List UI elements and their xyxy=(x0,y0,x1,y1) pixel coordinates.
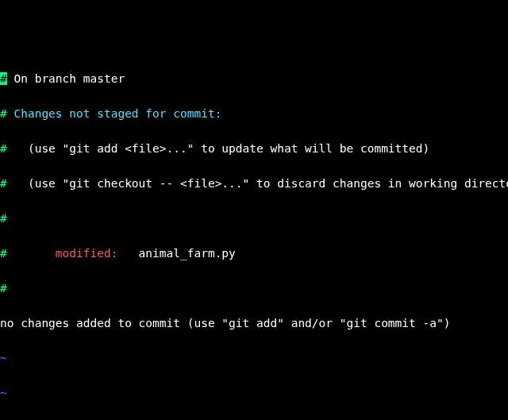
git-status-blank: # xyxy=(0,279,508,297)
git-status-hint-add: # (use "git add <file>..." to update wha… xyxy=(0,140,508,157)
git-status-blank: # xyxy=(0,210,508,227)
git-status-branch: # On branch master xyxy=(0,70,508,87)
buffer-end-tilde: ~ xyxy=(0,384,508,402)
buffer-end-tilde: ~ xyxy=(0,349,508,367)
git-status-hint-checkout: # (use "git checkout -- <file>..." to di… xyxy=(0,175,508,192)
cursor: # xyxy=(0,72,7,85)
git-status-footer: no changes added to commit (use "git add… xyxy=(0,314,508,332)
git-status-modified-file[interactable]: # modified: animal_farm.py xyxy=(0,245,508,262)
git-status-header: # Changes not staged for commit: xyxy=(0,105,508,122)
